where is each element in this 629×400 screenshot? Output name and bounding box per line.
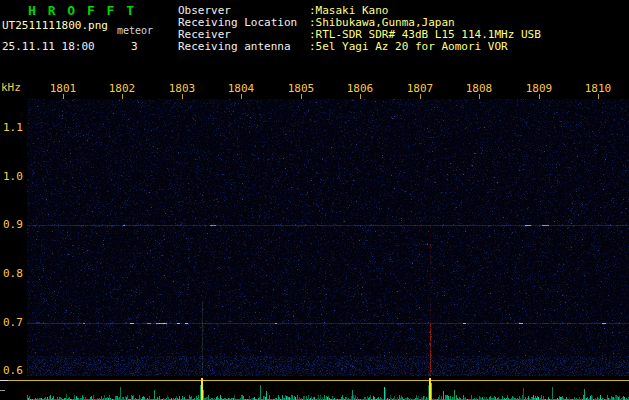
- datetime-label: 25.11.11 18:00: [2, 41, 95, 53]
- mode-label: meteor: [117, 25, 153, 36]
- y-axis-label: 1.1: [3, 122, 23, 134]
- level-panel-canvas: [27, 378, 629, 400]
- level-scale-tick: [0, 380, 8, 381]
- info-value: :5el Yagi Az 20 for Aomori VOR: [309, 41, 508, 53]
- output-filename: UT2511111800.png: [2, 20, 108, 32]
- spectrogram-canvas: [27, 99, 629, 376]
- count-label: 3: [131, 41, 138, 53]
- level-line-segment: [8, 380, 27, 381]
- y-axis-label: 1.0: [3, 171, 23, 183]
- app-title: H R O F F T: [28, 4, 136, 18]
- y-axis-unit: kHz: [1, 82, 21, 94]
- y-axis-label: 0.6: [3, 365, 23, 377]
- y-axis-label: 0.7: [3, 317, 23, 329]
- y-axis-label: 0.8: [3, 268, 23, 280]
- y-axis-label: 0.9: [3, 219, 23, 231]
- info-label: Receiving antenna: [178, 41, 291, 53]
- hrofft-screen: H R O F F T UT2511111800.png meteor 25.1…: [0, 0, 629, 400]
- level-scale-tick: [0, 390, 5, 391]
